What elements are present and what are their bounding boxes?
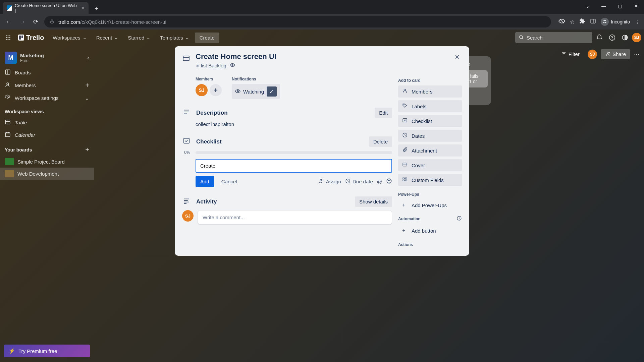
description-icon [182, 108, 191, 117]
side-labels-button[interactable]: Labels [398, 100, 462, 112]
checklist-heading: Checklist [196, 138, 364, 145]
check-icon: ✓ [267, 86, 277, 97]
comment-avatar: SJ [182, 210, 194, 222]
svg-point-71 [459, 217, 460, 217]
card-modal: × Create Home screen UI in list Backlog … [175, 46, 469, 256]
info-icon[interactable] [457, 216, 462, 222]
side-custom-fields-button[interactable]: Custom Fields [398, 174, 462, 186]
svg-point-52 [387, 179, 391, 183]
extensions-icon[interactable] [579, 18, 585, 25]
svg-rect-47 [184, 138, 190, 143]
svg-rect-66 [405, 178, 407, 179]
edit-description-button[interactable]: Edit [375, 108, 392, 118]
incognito-badge[interactable]: Incognito [601, 18, 630, 26]
list-link[interactable]: Backlog [208, 63, 226, 68]
clock-icon [402, 132, 408, 139]
url-domain: trello.com [58, 19, 80, 25]
add-powerups-button[interactable]: +Add Power-Ups [398, 199, 462, 211]
mention-button[interactable]: @ [377, 179, 382, 184]
watch-button[interactable]: Watching ✓ [232, 84, 280, 99]
actions-label: Actions [398, 242, 462, 247]
svg-rect-40 [183, 56, 189, 61]
minimize-window-button[interactable]: — [596, 0, 612, 12]
close-window-button[interactable]: ✕ [628, 0, 644, 12]
new-tab-button[interactable]: + [91, 3, 102, 14]
tab-close-icon[interactable]: × [82, 5, 85, 11]
card-title[interactable]: Create Home screen UI [196, 52, 276, 61]
at-icon: @ [377, 179, 382, 184]
add-member-button[interactable]: + [210, 84, 222, 96]
tab-favicon-icon [7, 5, 12, 11]
svg-point-5 [605, 22, 606, 23]
svg-rect-2 [591, 19, 595, 23]
side-checklist-button[interactable]: Checklist [398, 115, 462, 127]
card-icon [182, 54, 190, 69]
side-cover-button[interactable]: Cover [398, 159, 462, 171]
add-checklist-item-button[interactable]: Add [196, 176, 214, 187]
comment-input[interactable]: Write a comment... [198, 210, 392, 225]
checklist-icon [182, 137, 191, 146]
tab-title: Create Home screen UI on Web | [15, 3, 79, 13]
add-to-card-label: Add to card [398, 78, 462, 83]
svg-rect-61 [403, 119, 407, 122]
add-automation-button[interactable]: +Add button [398, 225, 462, 236]
side-dates-button[interactable]: Dates [398, 130, 462, 142]
svg-point-43 [237, 90, 238, 92]
user-icon [402, 88, 408, 95]
notifications-label: Notifications [232, 77, 280, 81]
close-modal-button[interactable]: × [451, 51, 463, 63]
clock-icon [345, 178, 351, 185]
back-button[interactable]: ← [4, 17, 13, 26]
members-label: Members [196, 77, 222, 81]
eye-off-icon[interactable] [558, 18, 565, 26]
attach-icon [402, 147, 408, 154]
browser-menu-icon[interactable]: ⋮ [635, 19, 640, 25]
maximize-window-button[interactable]: ▢ [612, 0, 628, 12]
forward-button[interactable]: → [17, 17, 27, 26]
side-attachment-button[interactable]: Attachment [398, 144, 462, 157]
assign-button[interactable]: Assign [319, 178, 341, 185]
svg-rect-68 [405, 180, 407, 181]
show-details-button[interactable]: Show details [355, 196, 392, 207]
side-panel-icon[interactable] [590, 18, 596, 25]
cancel-checklist-item-button[interactable]: Cancel [218, 176, 240, 187]
bookmark-star-icon[interactable]: ☆ [570, 19, 575, 25]
svg-point-53 [388, 180, 389, 181]
chevron-down-icon[interactable]: ⌄ [580, 0, 596, 12]
checklist-item-input[interactable] [196, 159, 392, 173]
url-path: /c/kQq0k1NY/1-create-home-screen-ui [80, 19, 166, 25]
reload-button[interactable]: ⟳ [31, 17, 40, 26]
tag-icon [402, 103, 408, 110]
side-members-button[interactable]: Members [398, 85, 462, 98]
assign-icon [319, 178, 324, 185]
svg-rect-0 [51, 21, 53, 23]
lock-icon [50, 19, 54, 25]
address-bar[interactable]: trello.com/c/kQq0k1NY/1-create-home-scre… [44, 16, 551, 27]
browser-tab[interactable]: Create Home screen UI on Web | × [3, 2, 89, 14]
incognito-icon [601, 18, 609, 26]
svg-point-4 [603, 22, 605, 23]
svg-point-54 [390, 180, 390, 181]
member-avatar[interactable]: SJ [196, 84, 208, 96]
emoji-button[interactable] [386, 178, 392, 185]
due-date-button[interactable]: Due date [345, 178, 373, 185]
progress-percent: 0% [182, 150, 192, 155]
check-icon [402, 118, 408, 124]
eye-icon [230, 62, 235, 69]
svg-rect-67 [403, 180, 405, 181]
svg-point-48 [320, 179, 322, 181]
description-text[interactable]: collect inspiraiton [196, 121, 392, 127]
svg-rect-63 [403, 163, 407, 166]
svg-point-60 [404, 104, 404, 105]
progress-bar [196, 151, 392, 154]
delete-checklist-button[interactable]: Delete [369, 136, 392, 147]
plus-icon: + [402, 202, 408, 208]
svg-point-42 [232, 64, 233, 66]
emoji-icon [386, 178, 392, 185]
svg-point-59 [404, 89, 406, 91]
automation-label: Automation [398, 217, 421, 221]
eye-icon [235, 88, 240, 95]
activity-icon [182, 197, 191, 206]
svg-rect-65 [403, 178, 405, 179]
powerups-label: Power-Ups [398, 192, 462, 197]
